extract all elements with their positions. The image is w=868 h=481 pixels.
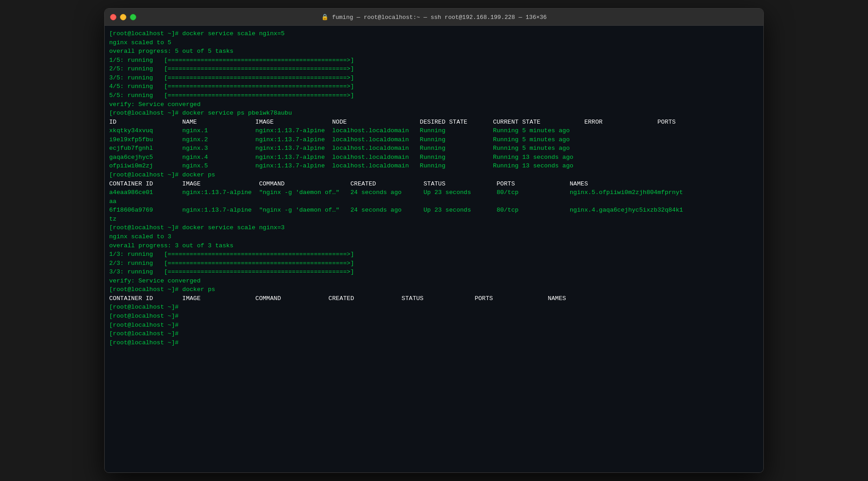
window-title: 🔒 fuming — root@localhost:~ — ssh root@1… — [321, 14, 547, 21]
terminal-line: [root@localhost ~]# — [109, 329, 759, 338]
terminal-line: verify: Service converged — [109, 100, 759, 109]
terminal-window: 🔒 fuming — root@localhost:~ — ssh root@1… — [104, 8, 764, 473]
terminal-line: ecjfub7fgnhl nginx.3 nginx:1.13.7-alpine… — [109, 144, 759, 153]
terminal-line: 6f18606a9769 nginx:1.13.7-alpine "nginx … — [109, 206, 759, 215]
terminal-line: nginx scaled to 3 — [109, 232, 759, 241]
terminal-line: i9el9xfp5fbu nginx.2 nginx:1.13.7-alpine… — [109, 135, 759, 144]
close-button[interactable] — [110, 14, 116, 20]
terminal-line: 1/5: running [==========================… — [109, 56, 759, 65]
terminal-line: ID NAME IMAGE NODE DESIRED STATE CURRENT… — [109, 118, 759, 127]
terminal-line: 3/5: running [==========================… — [109, 74, 759, 83]
terminal-line: 4/5: running [==========================… — [109, 82, 759, 91]
terminal-line: 2/5: running [==========================… — [109, 65, 759, 74]
terminal-line: [root@localhost ~]# — [109, 303, 759, 312]
terminal-line: [root@localhost ~]# — [109, 338, 759, 347]
traffic-lights — [110, 14, 136, 20]
terminal-line: [root@localhost ~]# docker service scale… — [109, 223, 759, 232]
terminal-line: [root@localhost ~]# docker ps — [109, 171, 759, 180]
terminal-line: nginx scaled to 5 — [109, 38, 759, 47]
minimize-button[interactable] — [120, 14, 126, 20]
terminal-line: [root@localhost ~]# — [109, 312, 759, 321]
terminal-line: 5/5: running [==========================… — [109, 91, 759, 100]
terminal-line: gaqa6cejhyc5 nginx.4 nginx:1.13.7-alpine… — [109, 153, 759, 162]
terminal-line: 2/3: running [==========================… — [109, 259, 759, 268]
terminal-line: aa — [109, 197, 759, 206]
terminal-line: [root@localhost ~]# docker ps — [109, 285, 759, 294]
terminal-line: overall progress: 3 out of 3 tasks — [109, 241, 759, 250]
titlebar: 🔒 fuming — root@localhost:~ — ssh root@1… — [105, 9, 763, 26]
terminal-line: verify: Service converged — [109, 277, 759, 286]
maximize-button[interactable] — [130, 14, 136, 20]
terminal-line: overall progress: 5 out of 5 tasks — [109, 47, 759, 56]
terminal-content[interactable]: [root@localhost ~]# docker service scale… — [105, 26, 763, 472]
terminal-line: [root@localhost ~]# docker service ps pb… — [109, 109, 759, 118]
terminal-line: tz — [109, 215, 759, 224]
terminal-line: ofpiiwi0m2zj nginx.5 nginx:1.13.7-alpine… — [109, 162, 759, 171]
terminal-line: a4eaa986ce01 nginx:1.13.7-alpine "nginx … — [109, 188, 759, 197]
terminal-line: [root@localhost ~]# docker service scale… — [109, 29, 759, 38]
terminal-line: [root@localhost ~]# — [109, 321, 759, 330]
terminal-line: CONTAINER ID IMAGE COMMAND CREATED STATU… — [109, 180, 759, 189]
terminal-line: xkqtky34xvuq nginx.1 nginx:1.13.7-alpine… — [109, 126, 759, 135]
terminal-line: CONTAINER ID IMAGE COMMAND CREATED STATU… — [109, 294, 759, 303]
terminal-line: 3/3: running [==========================… — [109, 268, 759, 277]
terminal-line: 1/3: running [==========================… — [109, 250, 759, 259]
